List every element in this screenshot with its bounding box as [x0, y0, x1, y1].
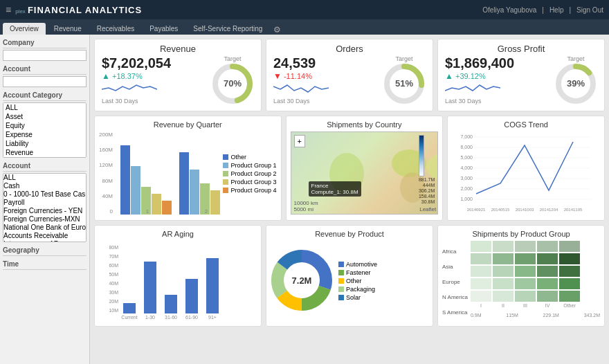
y-label: 40M [99, 193, 113, 199]
header-right: Ofeliya Yagubova | Help | Sign Out [482, 6, 603, 14]
svg-rect-14 [179, 152, 189, 215]
svg-rect-95 [559, 266, 580, 277]
svg-text:2: 2 [205, 208, 208, 215]
brand-logo: plex FINANCIAL ANALYTICS [15, 5, 142, 15]
svg-rect-96 [471, 278, 491, 289]
svg-rect-68 [206, 258, 219, 313]
up-arrow-icon: ▲ [102, 71, 110, 81]
svg-rect-82 [493, 241, 513, 252]
separator2: | [569, 6, 571, 14]
tab-selfreporting[interactable]: Self-Service Reporting [186, 23, 269, 35]
svg-rect-86 [471, 253, 491, 264]
sidebar-time-label: Time [3, 259, 87, 270]
svg-rect-81 [471, 241, 491, 252]
kpi-revenue-amount: $7,202,054 [102, 55, 171, 71]
svg-rect-90 [559, 253, 580, 264]
svg-rect-84 [537, 241, 558, 252]
svg-rect-98 [515, 278, 536, 289]
gp-target-label: Target [554, 55, 597, 62]
svg-rect-102 [493, 291, 513, 302]
username: Ofeliya Yagubova [482, 6, 536, 14]
y-label: 80M [99, 178, 113, 184]
account-input[interactable] [3, 76, 87, 87]
kpi-revenue-change: ▲ +18.37% [102, 71, 171, 81]
revenue-target-label: Target [211, 55, 254, 62]
kpi-gp-change: ▲ +39.12% [445, 71, 514, 81]
signout-link[interactable]: Sign Out [576, 6, 603, 14]
rbq-y-axis: 200M 160M 120M 80M 40M 0 [99, 131, 114, 215]
row-asia: Asia [442, 264, 468, 270]
svg-text:IV: IV [545, 303, 550, 308]
sidebar-account-section: Account [3, 64, 87, 87]
brand-name: FINANCIAL ANALYTICS [28, 5, 142, 15]
svg-rect-91 [471, 266, 491, 277]
legend-other: Other [223, 154, 276, 161]
svg-rect-103 [515, 291, 536, 302]
kpi-gp-last: Last 30 Days [445, 98, 514, 104]
sidebar-company-label: Company [3, 37, 87, 48]
rev-product-content: 7.2M Automotive Fastener Other Packaging… [271, 241, 428, 320]
legend-pg2: Product Group 2 [223, 170, 276, 177]
kpi-gp-title: Gross Profit [445, 44, 597, 54]
row-europe: Europe [442, 279, 468, 285]
tab-config-icon[interactable]: ⚙ [273, 25, 281, 35]
svg-rect-13 [162, 201, 172, 215]
svg-rect-97 [493, 278, 513, 289]
row-africa: Africa [442, 248, 468, 255]
svg-rect-105 [559, 291, 580, 302]
map-colorscale: 881.7M 444M 306.2M 158.4M 30.8M [419, 135, 435, 204]
sidebar-category-section: Account Category ALL Asset Equity Expens… [3, 90, 87, 158]
cogs-trend-card: COGS Trend 7,000 6,000 5,000 4,000 3,000… [447, 116, 605, 221]
down-arrow-icon: ▼ [273, 71, 282, 81]
tab-overview[interactable]: Overview [3, 23, 46, 35]
svg-text:30M: 30M [109, 290, 118, 295]
sidebar-category-label: Account Category [3, 90, 87, 101]
kpi-row: Revenue $7,202,054 ▲ +18.37% [94, 39, 605, 111]
svg-text:70M: 70M [109, 254, 118, 259]
company-input[interactable] [3, 50, 87, 61]
kpi-gp-pct: +39.12% [455, 72, 486, 80]
tab-revenue[interactable]: Revenue [47, 23, 89, 35]
svg-rect-64 [123, 303, 136, 313]
svg-text:20140515: 20140515 [491, 208, 510, 212]
ar-aging-card: AR Aging 80M 70M 60M 50M 40M 30M 20M 10M [94, 225, 262, 327]
legend-pg4: Product Group 4 [223, 187, 276, 194]
middle-chart-row: Revenue by Quarter 200M 160M 120M 80M 40… [94, 116, 605, 221]
kpi-gp-amount: $1,869,400 [445, 55, 514, 71]
donut-svg: 7.2M [271, 249, 333, 311]
orders-gauge-container: Target 51% [383, 55, 426, 107]
svg-text:70%: 70% [224, 78, 242, 89]
row-samerica: S America [442, 309, 468, 316]
cogs-trend-title: COGS Trend [452, 120, 600, 129]
svg-rect-99 [537, 278, 558, 289]
heatmap-scale: 0.9M 115M 229.1M 343.2M [471, 313, 600, 318]
account-list[interactable]: ALL Cash 0 - 1000-10 Test Base Cas Payro… [3, 173, 87, 242]
rbq-chart-area: 1 2 3 4 [117, 131, 220, 216]
svg-text:10M: 10M [109, 308, 118, 313]
gp-gauge-svg: 39% [554, 62, 597, 105]
svg-rect-101 [471, 291, 491, 302]
svg-text:1-30: 1-30 [145, 315, 155, 320]
category-list[interactable]: ALL Asset Equity Expense Liability Reven… [3, 102, 87, 158]
svg-text:1,000: 1,000 [461, 197, 473, 201]
svg-rect-83 [515, 241, 536, 252]
ar-aging-title: AR Aging [99, 230, 257, 238]
help-link[interactable]: Help [549, 6, 564, 14]
revenue-gauge-container: Target 70% [211, 55, 254, 107]
sidebar: Company Account Account Category ALL Ass… [0, 35, 90, 364]
y-label: 160M [99, 147, 113, 153]
tab-receivables[interactable]: Receivables [90, 23, 141, 35]
svg-text:3,000: 3,000 [461, 176, 473, 181]
svg-text:20141204: 20141204 [540, 208, 558, 212]
kpi-orders-title: Orders [273, 44, 426, 54]
tab-payables[interactable]: Payables [143, 23, 185, 35]
cogs-trend-svg: 7,000 6,000 5,000 4,000 3,000 2,000 1,00… [452, 131, 600, 215]
kpi-revenue-pct: +18.37% [112, 72, 143, 80]
svg-text:Current: Current [121, 315, 137, 320]
svg-text:20M: 20M [109, 299, 118, 304]
menu-icon[interactable]: ≡ [6, 4, 11, 15]
svg-rect-92 [493, 266, 513, 277]
kpi-orders-pct: -11.14% [284, 72, 312, 80]
row-namerica: N America [442, 294, 468, 300]
map-leaflet[interactable]: Leaflet [419, 206, 436, 212]
